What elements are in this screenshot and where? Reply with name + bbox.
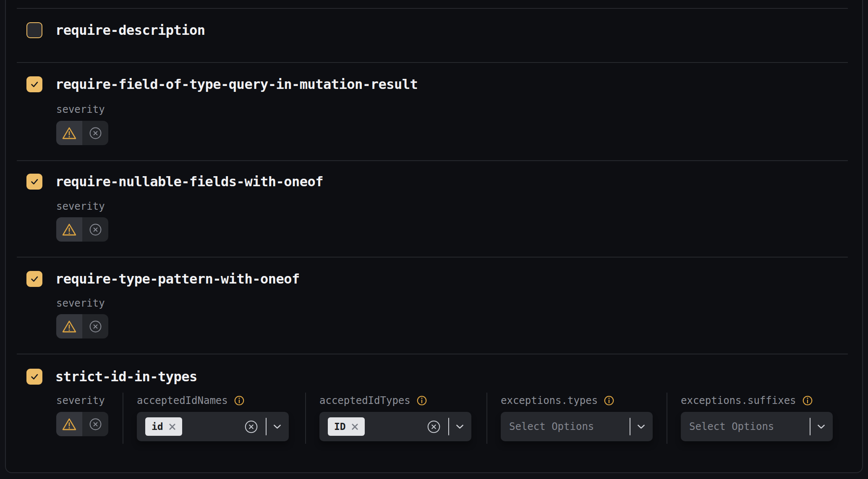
chevron-down-icon[interactable] bbox=[456, 424, 464, 429]
severity-toggle bbox=[56, 121, 108, 145]
circled-x-icon bbox=[89, 127, 102, 140]
option-label-text: acceptedIdTypes bbox=[319, 394, 410, 407]
accepted-id-names-select[interactable]: id bbox=[137, 412, 289, 441]
severity-label: severity bbox=[56, 394, 105, 407]
select-separator bbox=[448, 418, 450, 435]
circled-x-icon bbox=[89, 418, 102, 431]
rule-name: require-type-pattern-with-oneof bbox=[55, 271, 300, 287]
rule-name: strict-id-in-types bbox=[55, 368, 197, 385]
severity-label: severity bbox=[56, 200, 105, 213]
option-label-exceptions-suffixes: exceptions.suffixes bbox=[681, 394, 813, 407]
warning-triangle-icon bbox=[62, 320, 77, 333]
rule-checkbox-require-type-pattern-with-oneof[interactable] bbox=[26, 271, 42, 287]
remove-tag-x-icon[interactable] bbox=[351, 423, 358, 430]
column-divider bbox=[486, 393, 487, 444]
clear-circle-icon[interactable] bbox=[427, 420, 441, 434]
rule-name: require-description bbox=[55, 22, 205, 39]
info-icon[interactable] bbox=[416, 395, 427, 406]
select-separator bbox=[630, 418, 631, 435]
severity-warn-button[interactable] bbox=[56, 314, 82, 338]
exceptions-suffixes-select[interactable]: Select Options bbox=[681, 412, 833, 441]
warning-triangle-icon bbox=[62, 417, 77, 431]
chevron-down-icon[interactable] bbox=[637, 424, 645, 429]
column-divider bbox=[667, 393, 667, 444]
severity-toggle bbox=[56, 314, 108, 338]
circled-x-icon bbox=[89, 223, 102, 236]
tag-label: id bbox=[152, 417, 163, 436]
option-label-acceptedIdTypes: acceptedIdTypes bbox=[319, 394, 427, 407]
row-divider bbox=[17, 62, 848, 63]
chevron-down-icon[interactable] bbox=[273, 424, 281, 429]
info-icon[interactable] bbox=[802, 395, 813, 406]
severity-toggle bbox=[56, 217, 108, 242]
severity-off-button[interactable] bbox=[82, 121, 108, 145]
column-divider bbox=[305, 393, 306, 444]
row-divider bbox=[17, 257, 848, 258]
warning-triangle-icon bbox=[62, 126, 77, 140]
checkmark-icon bbox=[29, 273, 40, 284]
rules-settings-page: require-description require-field-of-typ… bbox=[0, 0, 868, 479]
accepted-id-types-select[interactable]: ID bbox=[319, 412, 471, 441]
severity-warn-button[interactable] bbox=[56, 412, 82, 436]
row-divider bbox=[17, 354, 848, 354]
tag-label: ID bbox=[334, 417, 346, 436]
column-divider bbox=[123, 393, 123, 444]
severity-label: severity bbox=[56, 103, 105, 116]
rule-name: require-field-of-type-query-in-mutation-… bbox=[55, 76, 418, 93]
row-divider bbox=[17, 8, 848, 9]
option-label-exceptions-types: exceptions.types bbox=[501, 394, 614, 407]
chevron-down-icon[interactable] bbox=[817, 424, 825, 429]
select-separator bbox=[810, 418, 811, 435]
row-divider bbox=[17, 160, 848, 161]
remove-tag-x-icon[interactable] bbox=[169, 423, 176, 430]
rule-checkbox-require-description[interactable] bbox=[26, 22, 42, 38]
checkmark-icon bbox=[29, 79, 40, 90]
severity-off-button[interactable] bbox=[82, 217, 108, 242]
warning-triangle-icon bbox=[62, 223, 77, 237]
severity-label: severity bbox=[56, 297, 105, 310]
severity-warn-button[interactable] bbox=[56, 121, 82, 145]
info-icon[interactable] bbox=[234, 395, 245, 406]
severity-off-button[interactable] bbox=[82, 412, 108, 436]
option-label-text: acceptedIdNames bbox=[137, 394, 228, 407]
severity-toggle bbox=[56, 412, 108, 436]
severity-off-button[interactable] bbox=[82, 314, 108, 338]
severity-warn-button[interactable] bbox=[56, 217, 82, 242]
option-label-acceptedIdNames: acceptedIdNames bbox=[137, 394, 245, 407]
select-separator bbox=[266, 418, 267, 435]
tag-chip: ID bbox=[328, 417, 365, 436]
select-placeholder: Select Options bbox=[689, 421, 774, 432]
option-label-text: exceptions.suffixes bbox=[681, 394, 796, 407]
tag-chip: id bbox=[145, 417, 182, 436]
rule-checkbox-strict-id-in-types[interactable] bbox=[26, 369, 42, 385]
select-placeholder: Select Options bbox=[509, 421, 594, 432]
rule-checkbox-require-field-of-type-query-in-mutation-result[interactable] bbox=[26, 76, 42, 92]
circled-x-icon bbox=[89, 320, 102, 333]
rule-name: require-nullable-fields-with-oneof bbox=[55, 173, 323, 190]
clear-circle-icon[interactable] bbox=[244, 420, 258, 434]
rule-checkbox-require-nullable-fields-with-oneof[interactable] bbox=[26, 174, 42, 190]
exceptions-types-select[interactable]: Select Options bbox=[501, 412, 653, 441]
checkmark-icon bbox=[29, 371, 40, 382]
info-icon[interactable] bbox=[604, 395, 614, 406]
checkmark-icon bbox=[29, 176, 40, 187]
option-label-text: exceptions.types bbox=[501, 394, 598, 407]
